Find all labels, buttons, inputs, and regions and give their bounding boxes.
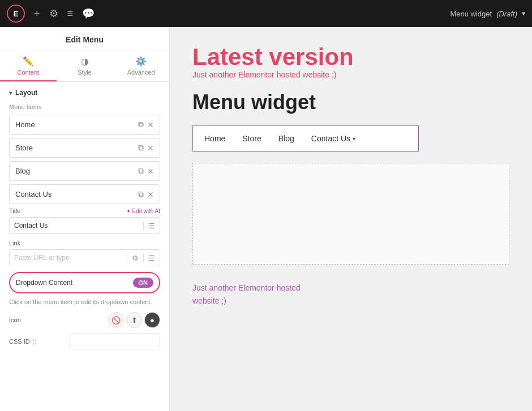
subtitle-brand: Elementor — [238, 70, 274, 79]
menu-item-contact-us-actions: ⧉ ✕ — [138, 189, 154, 199]
menu-item-home[interactable]: Home ⧉ ✕ — [9, 115, 160, 135]
advanced-tab-icon: ⚙️ — [135, 56, 147, 67]
title-label-text: Title — [9, 207, 20, 214]
dropdown-content-label: Dropdown Content — [16, 279, 72, 287]
site-header: Latest version Just another Elementor ho… — [192, 44, 509, 79]
sidebar-title: Edit Menu — [66, 35, 104, 44]
tab-advanced[interactable]: ⚙️ Advanced — [113, 50, 169, 81]
copy-home-button[interactable]: ⧉ — [138, 120, 144, 129]
menu-item-home-label: Home — [15, 120, 138, 129]
sidebar-content: ▾ Layout Menu Items Home ⧉ ✕ Store ⧉ ✕ — [0, 82, 169, 411]
delete-contact-button[interactable]: ✕ — [147, 190, 154, 199]
widget-title: Menu widget — [192, 90, 509, 114]
title-field-group: Title ✦ Edit with AI ☰ — [9, 207, 160, 234]
layout-label: Layout — [15, 89, 37, 97]
nav-contact-us[interactable]: Contact Us ▾ — [311, 134, 355, 143]
subtitle-before: Just another — [192, 70, 238, 79]
draft-label: (Draft) — [496, 10, 517, 18]
sidebar: Edit Menu ✏️ Content ◑ Style ⚙️ Advanced… — [0, 27, 170, 411]
dashed-content-box — [192, 163, 509, 265]
link-field-label: Link — [9, 240, 160, 246]
menu-item-blog-label: Blog — [15, 167, 138, 175]
delete-blog-button[interactable]: ✕ — [147, 167, 154, 176]
menu-item-blog-actions: ⧉ ✕ — [138, 166, 154, 176]
add-icon[interactable]: + — [34, 8, 40, 20]
menu-item-store-label: Store — [15, 144, 138, 152]
dropdown-content-row[interactable]: Dropdown Content ON — [9, 272, 160, 293]
menu-item-contact-us-label: Contact Us — [15, 190, 138, 198]
subtitle-after: hosted website ;) — [274, 70, 337, 79]
dropdown-toggle[interactable]: ON — [133, 278, 154, 288]
css-id-info-icon: ⟨⟩ — [32, 339, 37, 345]
tab-content[interactable]: ✏️ Content — [0, 50, 57, 81]
title-field-label: Title ✦ Edit with AI — [9, 207, 160, 214]
css-id-input[interactable] — [70, 334, 160, 349]
chat-icon[interactable]: 💬 — [82, 7, 95, 20]
sidebar-header: Edit Menu — [0, 27, 169, 50]
chevron-down-icon[interactable]: ▾ — [522, 10, 525, 18]
section-arrow-icon: ▾ — [9, 90, 12, 96]
link-label-text: Link — [9, 240, 20, 246]
link-input[interactable] — [10, 250, 127, 266]
tab-style[interactable]: ◑ Style — [57, 50, 113, 81]
sidebar-tabs: ✏️ Content ◑ Style ⚙️ Advanced — [0, 50, 169, 82]
copy-blog-button[interactable]: ⧉ — [138, 166, 144, 176]
nav-home[interactable]: Home — [204, 134, 225, 143]
collapse-handle[interactable]: ‹ — [169, 208, 170, 231]
menu-item-store[interactable]: Store ⧉ ✕ — [9, 138, 160, 158]
site-subtitle: Just another Elementor hosted website ;) — [192, 70, 509, 79]
link-menu-icon[interactable]: ☰ — [143, 254, 160, 262]
link-input-row: ⚙ ☰ — [9, 249, 160, 266]
tab-advanced-label: Advanced — [127, 69, 155, 76]
top-bar: E + ⚙ ≡ 💬 Menu widget (Draft) ▾ — [0, 0, 532, 27]
edit-with-ai-button[interactable]: ✦ Edit with AI — [126, 208, 160, 214]
title-input-row: ☰ — [9, 217, 160, 234]
footer-line1: Just another Elementor hosted — [192, 282, 509, 294]
top-bar-left: E + ⚙ ≡ 💬 — [7, 5, 95, 23]
site-title: Latest version — [192, 44, 509, 70]
menu-item-store-actions: ⧉ ✕ — [138, 143, 154, 153]
footer-line2: website ;) — [192, 295, 509, 307]
title-input[interactable] — [10, 218, 143, 233]
delete-home-button[interactable]: ✕ — [147, 120, 154, 129]
widget-label: Menu widget — [450, 10, 492, 18]
link-field-group: Link ⚙ ☰ — [9, 240, 160, 266]
css-id-row: CSS ID ⟨⟩ ☰ — [9, 334, 160, 349]
settings-icon[interactable]: ⚙ — [49, 7, 58, 20]
menu-item-home-actions: ⧉ ✕ — [138, 120, 154, 129]
nav-blog[interactable]: Blog — [278, 134, 294, 143]
nav-dropdown-arrow-icon: ▾ — [353, 136, 355, 142]
canvas: Latest version Just another Elementor ho… — [170, 27, 532, 411]
menu-item-contact-us[interactable]: Contact Us ⧉ ✕ — [9, 184, 160, 204]
icon-label: Icon — [9, 317, 21, 323]
menu-item-blog[interactable]: Blog ⧉ ✕ — [9, 161, 160, 181]
elementor-logo[interactable]: E — [7, 5, 25, 23]
icon-dot-button[interactable]: ● — [144, 312, 160, 328]
icon-none-button[interactable]: 🚫 — [108, 312, 124, 328]
icon-buttons: 🚫 ⬆ ● — [108, 312, 160, 328]
nav-preview: Home Store Blog Contact Us ▾ — [192, 126, 419, 152]
tab-style-label: Style — [78, 69, 91, 76]
icon-row: Icon 🚫 ⬆ ● — [9, 312, 160, 328]
main-area: Edit Menu ✏️ Content ◑ Style ⚙️ Advanced… — [0, 27, 532, 411]
content-tab-icon: ✏️ — [23, 56, 34, 67]
link-gear-icon[interactable]: ⚙ — [127, 254, 143, 262]
copy-store-button[interactable]: ⧉ — [138, 143, 144, 153]
style-tab-icon: ◑ — [81, 56, 89, 67]
css-id-text: CSS ID — [9, 338, 30, 345]
css-id-label: CSS ID ⟨⟩ — [9, 338, 37, 345]
title-menu-icon[interactable]: ☰ — [143, 222, 160, 230]
tab-content-label: Content — [18, 69, 40, 76]
footer-text: Just another Elementor hosted website ;) — [192, 282, 509, 307]
helper-text: Click on the menu item to edit its dropd… — [9, 298, 160, 306]
icon-upload-button[interactable]: ⬆ — [126, 312, 142, 328]
menu-items-label: Menu Items — [9, 103, 160, 110]
layout-section-title: ▾ Layout — [9, 89, 160, 97]
delete-store-button[interactable]: ✕ — [147, 144, 154, 153]
logo-letter: E — [14, 10, 19, 18]
copy-contact-button[interactable]: ⧉ — [138, 189, 144, 199]
top-bar-right: Menu widget (Draft) ▾ — [450, 10, 525, 18]
layers-icon[interactable]: ≡ — [67, 8, 74, 20]
css-id-input-wrap: ☰ — [70, 334, 160, 349]
nav-store[interactable]: Store — [242, 134, 261, 143]
